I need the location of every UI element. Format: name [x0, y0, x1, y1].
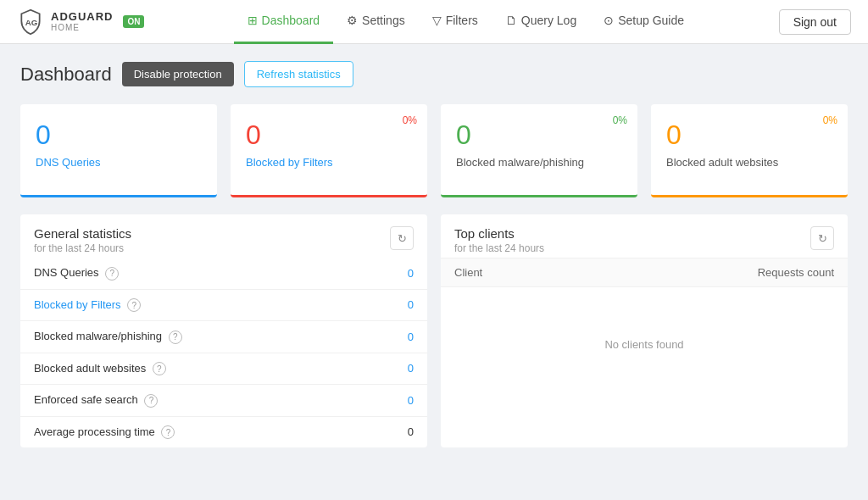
- help-icon[interactable]: ?: [161, 425, 175, 439]
- blocked-adult-percent: 0%: [823, 114, 837, 126]
- top-clients-title-area: Top clients for the last 24 hours: [454, 226, 544, 254]
- blocked-adult-number: 0: [666, 119, 832, 151]
- help-icon[interactable]: ?: [105, 267, 119, 281]
- nav-item-setup-guide[interactable]: ⊙ Setup Guide: [590, 0, 698, 44]
- top-clients-header: Top clients for the last 24 hours ↻: [441, 214, 848, 258]
- general-stats-table: DNS Queries ? 0 Blocked by Filters ? 0: [20, 258, 427, 447]
- dns-queries-label: DNS Queries: [36, 156, 202, 169]
- logo-badge: ON: [123, 15, 144, 28]
- filters-icon: ▽: [432, 14, 442, 27]
- page-header: Dashboard Disable protection Refresh sta…: [20, 61, 848, 87]
- stat-row-value: 0: [362, 258, 427, 289]
- blocked-malware-percent: 0%: [613, 114, 627, 126]
- page-title: Dashboard: [20, 64, 112, 86]
- nav-label-filters: Filters: [446, 14, 478, 27]
- blocked-malware-number: 0: [456, 119, 622, 151]
- bottom-row: General statistics for the last 24 hours…: [20, 214, 848, 447]
- stat-row-text: Blocked malware/phishing: [34, 330, 162, 342]
- stats-cards-row: 0 DNS Queries 0% 0 Blocked by Filters 0%…: [20, 104, 848, 197]
- top-clients-title: Top clients: [454, 226, 544, 241]
- stat-row-label: Blocked adult websites ?: [20, 353, 362, 385]
- stat-row-label: Average processing time ?: [20, 416, 362, 447]
- logo-shield-icon: AG: [17, 8, 44, 36]
- blocked-filters-label: Blocked by Filters: [246, 156, 412, 169]
- logo-sub: HOME: [51, 23, 113, 32]
- dns-queries-number: 0: [36, 119, 202, 151]
- logo-name: ADGUARD: [51, 11, 113, 23]
- nav-item-filters[interactable]: ▽ Filters: [419, 0, 492, 44]
- stat-card-blocked-malware: 0% 0 Blocked malware/phishing: [441, 104, 637, 197]
- top-clients-refresh-button[interactable]: ↻: [810, 226, 834, 250]
- nav-label-setup-guide: Setup Guide: [618, 14, 684, 27]
- top-clients-panel: Top clients for the last 24 hours ↻ Clie…: [441, 214, 848, 447]
- help-icon[interactable]: ?: [127, 298, 141, 312]
- stat-row-value: 0: [362, 353, 427, 385]
- nav-item-query-log[interactable]: 🗋 Query Log: [492, 0, 590, 44]
- stat-row-value: 0: [362, 385, 427, 417]
- sign-out-button[interactable]: Sign out: [779, 9, 851, 35]
- logo-text: ADGUARD HOME: [51, 11, 113, 32]
- table-row: Blocked malware/phishing ? 0: [20, 321, 427, 353]
- stat-row-label: Enforced safe search ?: [20, 385, 362, 417]
- clients-col-requests: Requests count: [582, 258, 848, 287]
- logo-area: AG ADGUARD HOME ON: [17, 8, 153, 36]
- disable-protection-button[interactable]: Disable protection: [122, 62, 234, 86]
- general-stats-title: General statistics: [34, 226, 131, 241]
- refresh-icon: ↻: [398, 232, 407, 245]
- table-row: Average processing time ? 0: [20, 416, 427, 447]
- stat-row-value: 0: [362, 321, 427, 353]
- stat-row-text: DNS Queries: [34, 266, 99, 279]
- top-clients-table: Client Requests count No clients found: [441, 258, 848, 402]
- stat-row-link[interactable]: Blocked by Filters: [34, 298, 121, 311]
- nav-label-settings: Settings: [362, 14, 405, 27]
- main-nav: ⊞ Dashboard ⚙ Settings ▽ Filters 🗋 Query…: [153, 0, 779, 44]
- no-clients-row: No clients found: [441, 287, 848, 403]
- nav-item-settings[interactable]: ⚙ Settings: [333, 0, 419, 44]
- blocked-malware-label: Blocked malware/phishing: [456, 156, 622, 169]
- stat-row-text: Average processing time: [34, 425, 155, 438]
- clients-col-client: Client: [441, 258, 582, 287]
- nav-item-dashboard[interactable]: ⊞ Dashboard: [234, 0, 334, 44]
- blocked-adult-label: Blocked adult websites: [666, 156, 832, 169]
- help-icon[interactable]: ?: [169, 331, 182, 344]
- table-row: DNS Queries ? 0: [20, 258, 427, 289]
- stat-card-blocked-filters: 0% 0 Blocked by Filters: [231, 104, 427, 197]
- nav-label-query-log: Query Log: [521, 14, 576, 27]
- general-stats-subtitle: for the last 24 hours: [34, 242, 131, 254]
- main-content: Dashboard Disable protection Refresh sta…: [0, 44, 868, 464]
- stat-row-value: 0: [362, 289, 427, 321]
- stat-row-value-black: 0: [362, 416, 427, 447]
- general-stats-header: General statistics for the last 24 hours…: [20, 214, 427, 258]
- stat-card-blocked-adult: 0% 0 Blocked adult websites: [651, 104, 848, 197]
- general-stats-refresh-button[interactable]: ↻: [390, 226, 414, 250]
- stat-card-dns-queries: 0 DNS Queries: [20, 104, 217, 197]
- query-log-icon: 🗋: [505, 14, 517, 27]
- header: AG ADGUARD HOME ON ⊞ Dashboard ⚙ Setting…: [0, 0, 868, 44]
- setup-guide-icon: ⊙: [604, 14, 614, 27]
- nav-label-dashboard: Dashboard: [262, 14, 320, 27]
- svg-text:AG: AG: [25, 17, 38, 26]
- blocked-filters-number: 0: [246, 119, 412, 151]
- settings-icon: ⚙: [347, 14, 358, 27]
- stat-row-label: Blocked malware/phishing ?: [20, 321, 362, 353]
- stat-row-label: Blocked by Filters ?: [20, 289, 362, 321]
- clients-table-header-row: Client Requests count: [441, 258, 848, 287]
- refresh-statistics-button[interactable]: Refresh statistics: [244, 61, 353, 87]
- help-icon[interactable]: ?: [153, 362, 166, 375]
- top-clients-subtitle: for the last 24 hours: [454, 242, 544, 254]
- general-stats-panel: General statistics for the last 24 hours…: [20, 214, 427, 447]
- stat-row-text: Enforced safe search: [34, 393, 138, 406]
- table-row: Blocked adult websites ? 0: [20, 353, 427, 385]
- table-row: Blocked by Filters ? 0: [20, 289, 427, 321]
- dashboard-icon: ⊞: [248, 14, 258, 27]
- refresh-icon: ↻: [818, 232, 827, 245]
- stat-row-label: DNS Queries ?: [20, 258, 362, 289]
- no-clients-message: No clients found: [441, 287, 848, 403]
- help-icon[interactable]: ?: [144, 394, 158, 408]
- table-row: Enforced safe search ? 0: [20, 385, 427, 417]
- stat-row-text: Blocked adult websites: [34, 362, 146, 375]
- blocked-filters-percent: 0%: [403, 114, 417, 126]
- general-stats-title-area: General statistics for the last 24 hours: [34, 226, 131, 254]
